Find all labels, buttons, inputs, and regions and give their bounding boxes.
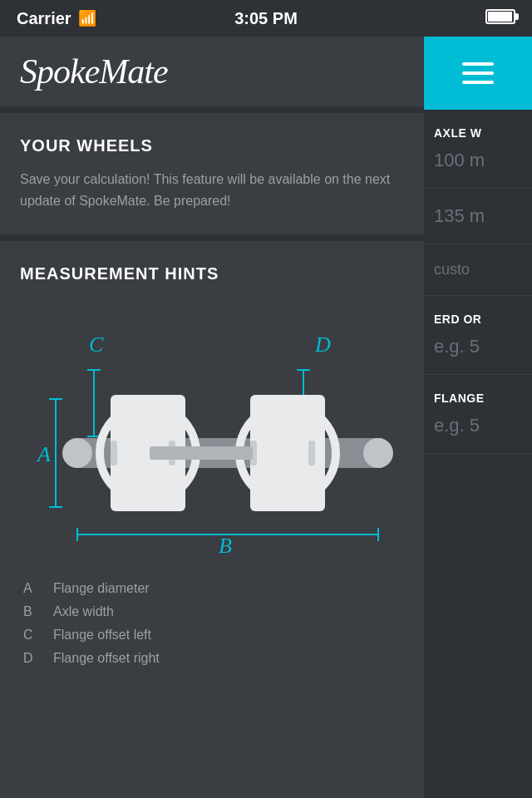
right-section-erd: ERD OR e.g. 5 xyxy=(424,296,532,375)
right-erd-title: ERD OR xyxy=(434,313,522,326)
right-section-flange: FLANGE e.g. 5 xyxy=(424,375,532,454)
legend-desc-a: Flange diameter xyxy=(53,581,150,596)
wifi-icon: 📶 xyxy=(78,9,96,27)
right-flange-value: e.g. 5 xyxy=(434,415,522,436)
svg-point-26 xyxy=(363,438,393,468)
hamburger-icon xyxy=(462,62,494,84)
right-section-custom: custo xyxy=(424,244,532,296)
svg-point-25 xyxy=(62,438,92,468)
hub-diagram: A B C D xyxy=(21,303,403,561)
battery-container xyxy=(485,9,515,27)
right-section-axle-w: AXLE W 100 m xyxy=(424,110,532,189)
legend-letter-a: A xyxy=(23,581,40,596)
hamburger-line-3 xyxy=(462,81,494,84)
svg-text:B: B xyxy=(219,534,232,558)
your-wheels-title: YOUR WHEELS xyxy=(20,136,404,155)
svg-text:C: C xyxy=(89,332,104,357)
svg-rect-27 xyxy=(150,446,253,460)
battery-icon xyxy=(485,9,515,24)
battery-fill xyxy=(488,12,512,22)
hamburger-line-1 xyxy=(462,62,494,66)
measurement-hints-section: MEASUREMENT HINTS A B C xyxy=(0,241,424,689)
legend-item-a: A Flange diameter xyxy=(23,581,401,596)
left-panel: SpokeMate YOUR WHEELS Save your calculat… xyxy=(0,37,424,798)
status-bar: Carrier 📶 3:05 PM xyxy=(0,0,532,37)
right-axle-title: AXLE W xyxy=(434,126,522,140)
your-wheels-body: Save your calculation! This feature will… xyxy=(20,169,404,211)
legend-letter-b: B xyxy=(23,604,40,619)
hub-svg: A B C D xyxy=(21,303,403,561)
right-erd-value: e.g. 5 xyxy=(434,336,522,357)
your-wheels-section: YOUR WHEELS Save your calculation! This … xyxy=(0,113,424,234)
app-header: SpokeMate xyxy=(0,37,424,106)
right-flange-title: FLANGE xyxy=(434,392,522,405)
carrier-label: Carrier xyxy=(17,9,71,28)
measurement-hints-title: MEASUREMENT HINTS xyxy=(20,264,404,283)
divider-2 xyxy=(0,234,424,241)
right-axle-value-2: 135 m xyxy=(434,205,522,227)
right-section-135: 135 m xyxy=(424,189,532,244)
legend-letter-d: D xyxy=(23,651,40,666)
right-panel: AXLE W 100 m 135 m custo ERD OR e.g. 5 F… xyxy=(424,37,532,798)
legend-desc-c: Flange offset left xyxy=(53,628,151,643)
right-custom-value: custo xyxy=(434,261,522,278)
legend-desc-b: Axle width xyxy=(53,604,114,619)
svg-rect-21 xyxy=(111,441,117,466)
legend-item-b: B Axle width xyxy=(23,604,401,619)
svg-text:A: A xyxy=(36,442,51,466)
carrier-info: Carrier 📶 xyxy=(17,9,96,28)
legend-letter-c: C xyxy=(23,628,40,643)
divider-1 xyxy=(0,106,424,113)
svg-rect-24 xyxy=(308,441,315,466)
logo-area: SpokeMate xyxy=(0,37,424,106)
legend-desc-d: Flange offset right xyxy=(53,651,160,666)
app-logo: SpokeMate xyxy=(20,52,404,91)
svg-text:D: D xyxy=(314,332,331,357)
legend-item-c: C Flange offset left xyxy=(23,628,401,643)
legend: A Flange diameter B Axle width C Flange … xyxy=(20,581,404,666)
legend-item-d: D Flange offset right xyxy=(23,651,401,666)
clock: 3:05 PM xyxy=(234,9,298,28)
hamburger-line-2 xyxy=(462,71,494,75)
hamburger-button[interactable] xyxy=(424,37,532,110)
right-axle-value-1: 100 m xyxy=(434,150,522,171)
